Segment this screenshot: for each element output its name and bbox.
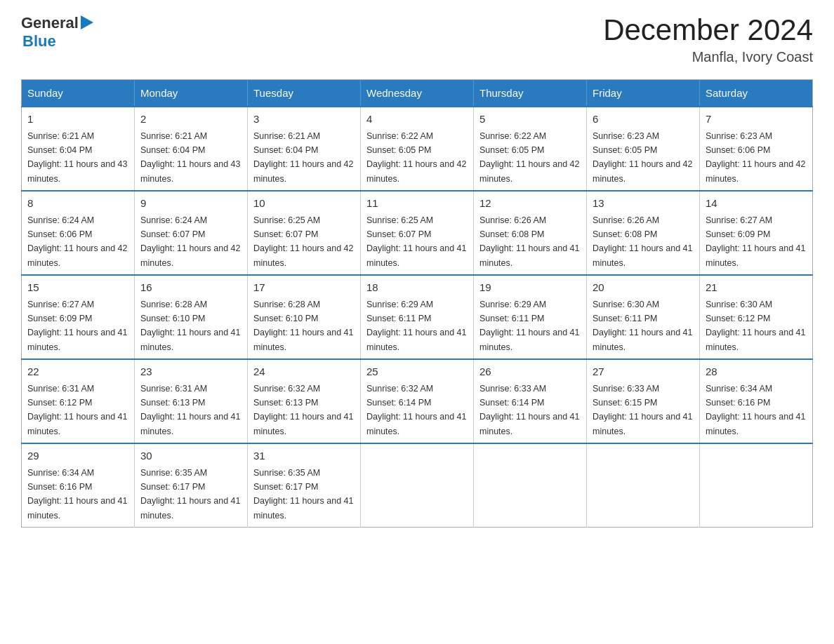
day-number: 16 bbox=[140, 280, 241, 296]
day-number: 19 bbox=[479, 280, 581, 296]
title-section: December 2024 Manfla, Ivory Coast bbox=[603, 14, 813, 65]
day-number: 6 bbox=[593, 112, 694, 128]
empty-cell bbox=[700, 443, 813, 528]
day-info: Sunrise: 6:35 AMSunset: 6:17 PMDaylight:… bbox=[253, 468, 353, 521]
day-number: 15 bbox=[27, 280, 128, 296]
logo-blue-text: Blue bbox=[22, 32, 56, 51]
day-info: Sunrise: 6:32 AMSunset: 6:13 PMDaylight:… bbox=[253, 384, 353, 436]
calendar-day-6: 6 Sunrise: 6:23 AMSunset: 6:05 PMDayligh… bbox=[587, 107, 700, 191]
header-monday: Monday bbox=[135, 80, 248, 107]
calendar-day-12: 12 Sunrise: 6:26 AMSunset: 6:08 PMDaylig… bbox=[474, 191, 587, 275]
header-friday: Friday bbox=[587, 80, 700, 107]
day-info: Sunrise: 6:25 AMSunset: 6:07 PMDaylight:… bbox=[366, 215, 466, 268]
calendar-day-19: 19 Sunrise: 6:29 AMSunset: 6:11 PMDaylig… bbox=[474, 275, 587, 359]
calendar-day-28: 28 Sunrise: 6:34 AMSunset: 6:16 PMDaylig… bbox=[700, 359, 813, 443]
day-number: 13 bbox=[593, 196, 694, 212]
calendar-day-31: 31 Sunrise: 6:35 AMSunset: 6:17 PMDaylig… bbox=[248, 443, 361, 528]
day-info: Sunrise: 6:27 AMSunset: 6:09 PMDaylight:… bbox=[706, 215, 805, 268]
header-tuesday: Tuesday bbox=[248, 80, 361, 107]
calendar-day-15: 15 Sunrise: 6:27 AMSunset: 6:09 PMDaylig… bbox=[22, 275, 135, 359]
calendar-day-20: 20 Sunrise: 6:30 AMSunset: 6:11 PMDaylig… bbox=[587, 275, 700, 359]
logo-arrow-icon bbox=[81, 15, 93, 29]
calendar-day-7: 7 Sunrise: 6:23 AMSunset: 6:06 PMDayligh… bbox=[700, 107, 813, 191]
day-number: 28 bbox=[706, 364, 807, 380]
day-info: Sunrise: 6:32 AMSunset: 6:14 PMDaylight:… bbox=[366, 384, 466, 436]
calendar-day-16: 16 Sunrise: 6:28 AMSunset: 6:10 PMDaylig… bbox=[135, 275, 248, 359]
calendar-day-26: 26 Sunrise: 6:33 AMSunset: 6:14 PMDaylig… bbox=[474, 359, 587, 443]
day-info: Sunrise: 6:23 AMSunset: 6:05 PMDaylight:… bbox=[593, 131, 692, 184]
day-info: Sunrise: 6:29 AMSunset: 6:11 PMDaylight:… bbox=[366, 300, 466, 352]
day-number: 24 bbox=[253, 364, 355, 380]
day-number: 25 bbox=[366, 364, 468, 380]
day-number: 2 bbox=[140, 112, 241, 128]
calendar-day-27: 27 Sunrise: 6:33 AMSunset: 6:15 PMDaylig… bbox=[587, 359, 700, 443]
calendar-day-11: 11 Sunrise: 6:25 AMSunset: 6:07 PMDaylig… bbox=[361, 191, 474, 275]
calendar-week-2: 8 Sunrise: 6:24 AMSunset: 6:06 PMDayligh… bbox=[22, 191, 813, 275]
day-number: 29 bbox=[27, 448, 128, 464]
day-info: Sunrise: 6:26 AMSunset: 6:08 PMDaylight:… bbox=[479, 215, 579, 268]
day-info: Sunrise: 6:34 AMSunset: 6:16 PMDaylight:… bbox=[706, 384, 805, 436]
day-info: Sunrise: 6:22 AMSunset: 6:05 PMDaylight:… bbox=[366, 131, 466, 184]
header-sunday: Sunday bbox=[22, 80, 135, 107]
calendar-day-3: 3 Sunrise: 6:21 AMSunset: 6:04 PMDayligh… bbox=[248, 107, 361, 191]
calendar-table: SundayMondayTuesdayWednesdayThursdayFrid… bbox=[21, 79, 813, 528]
calendar-week-3: 15 Sunrise: 6:27 AMSunset: 6:09 PMDaylig… bbox=[22, 275, 813, 359]
day-info: Sunrise: 6:29 AMSunset: 6:11 PMDaylight:… bbox=[479, 300, 579, 352]
day-info: Sunrise: 6:26 AMSunset: 6:08 PMDaylight:… bbox=[593, 215, 692, 268]
calendar-week-1: 1 Sunrise: 6:21 AMSunset: 6:04 PMDayligh… bbox=[22, 107, 813, 191]
day-info: Sunrise: 6:31 AMSunset: 6:12 PMDaylight:… bbox=[27, 384, 127, 436]
day-info: Sunrise: 6:30 AMSunset: 6:12 PMDaylight:… bbox=[706, 300, 805, 352]
calendar-day-30: 30 Sunrise: 6:35 AMSunset: 6:17 PMDaylig… bbox=[135, 443, 248, 528]
calendar-day-10: 10 Sunrise: 6:25 AMSunset: 6:07 PMDaylig… bbox=[248, 191, 361, 275]
day-number: 17 bbox=[253, 280, 355, 296]
day-number: 23 bbox=[140, 364, 241, 380]
day-info: Sunrise: 6:28 AMSunset: 6:10 PMDaylight:… bbox=[253, 300, 353, 352]
day-info: Sunrise: 6:21 AMSunset: 6:04 PMDaylight:… bbox=[27, 131, 127, 184]
day-number: 1 bbox=[27, 112, 128, 128]
calendar-day-29: 29 Sunrise: 6:34 AMSunset: 6:16 PMDaylig… bbox=[22, 443, 135, 528]
day-number: 14 bbox=[706, 196, 807, 212]
day-info: Sunrise: 6:30 AMSunset: 6:11 PMDaylight:… bbox=[593, 300, 692, 352]
empty-cell bbox=[361, 443, 474, 528]
logo-general-text: General bbox=[21, 14, 79, 32]
calendar-day-22: 22 Sunrise: 6:31 AMSunset: 6:12 PMDaylig… bbox=[22, 359, 135, 443]
day-number: 3 bbox=[253, 112, 355, 128]
day-info: Sunrise: 6:33 AMSunset: 6:14 PMDaylight:… bbox=[479, 384, 579, 436]
calendar-day-25: 25 Sunrise: 6:32 AMSunset: 6:14 PMDaylig… bbox=[361, 359, 474, 443]
day-info: Sunrise: 6:23 AMSunset: 6:06 PMDaylight:… bbox=[706, 131, 805, 184]
header-wednesday: Wednesday bbox=[361, 80, 474, 107]
calendar-day-9: 9 Sunrise: 6:24 AMSunset: 6:07 PMDayligh… bbox=[135, 191, 248, 275]
day-number: 4 bbox=[366, 112, 468, 128]
day-number: 21 bbox=[706, 280, 807, 296]
day-number: 20 bbox=[593, 280, 694, 296]
header-thursday: Thursday bbox=[474, 80, 587, 107]
empty-cell bbox=[474, 443, 587, 528]
day-number: 26 bbox=[479, 364, 581, 380]
day-info: Sunrise: 6:33 AMSunset: 6:15 PMDaylight:… bbox=[593, 384, 692, 436]
calendar-day-14: 14 Sunrise: 6:27 AMSunset: 6:09 PMDaylig… bbox=[700, 191, 813, 275]
calendar-week-4: 22 Sunrise: 6:31 AMSunset: 6:12 PMDaylig… bbox=[22, 359, 813, 443]
day-number: 18 bbox=[366, 280, 468, 296]
header-saturday: Saturday bbox=[700, 80, 813, 107]
day-number: 7 bbox=[706, 112, 807, 128]
day-info: Sunrise: 6:24 AMSunset: 6:07 PMDaylight:… bbox=[140, 215, 240, 268]
logo: General Blue bbox=[21, 14, 93, 51]
day-number: 11 bbox=[366, 196, 468, 212]
day-number: 30 bbox=[140, 448, 241, 464]
page-header: General Blue December 2024 Manfla, Ivory… bbox=[21, 14, 813, 65]
day-info: Sunrise: 6:25 AMSunset: 6:07 PMDaylight:… bbox=[253, 215, 353, 268]
day-number: 8 bbox=[27, 196, 128, 212]
day-number: 31 bbox=[253, 448, 355, 464]
calendar-day-18: 18 Sunrise: 6:29 AMSunset: 6:11 PMDaylig… bbox=[361, 275, 474, 359]
calendar-header-row: SundayMondayTuesdayWednesdayThursdayFrid… bbox=[22, 80, 813, 107]
calendar-day-17: 17 Sunrise: 6:28 AMSunset: 6:10 PMDaylig… bbox=[248, 275, 361, 359]
calendar-day-2: 2 Sunrise: 6:21 AMSunset: 6:04 PMDayligh… bbox=[135, 107, 248, 191]
day-info: Sunrise: 6:27 AMSunset: 6:09 PMDaylight:… bbox=[27, 300, 127, 352]
calendar-week-5: 29 Sunrise: 6:34 AMSunset: 6:16 PMDaylig… bbox=[22, 443, 813, 528]
day-number: 12 bbox=[479, 196, 581, 212]
day-number: 5 bbox=[479, 112, 581, 128]
day-number: 9 bbox=[140, 196, 241, 212]
empty-cell bbox=[587, 443, 700, 528]
location-text: Manfla, Ivory Coast bbox=[603, 49, 813, 65]
day-info: Sunrise: 6:24 AMSunset: 6:06 PMDaylight:… bbox=[27, 215, 127, 268]
